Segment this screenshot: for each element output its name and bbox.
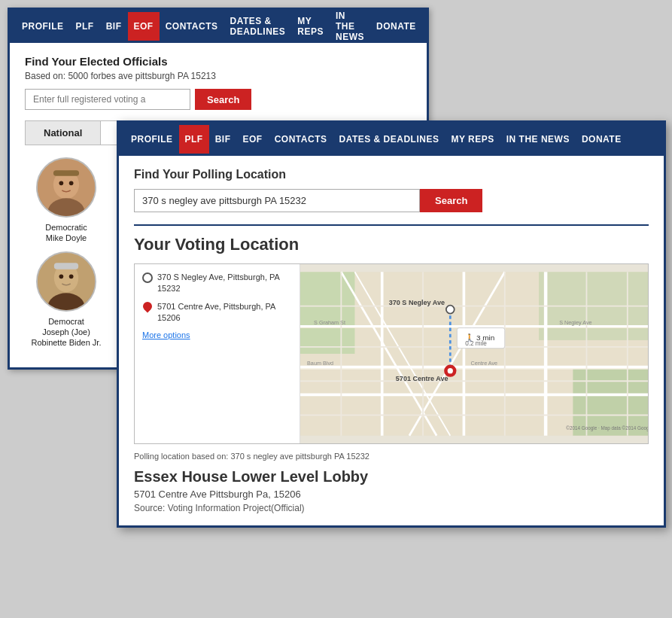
from-icon [142, 272, 153, 283]
plf-nav-bif[interactable]: BIF [209, 125, 237, 154]
directions-panel: 370 S Negley Ave, Pittsburgh, PA 15232 5… [135, 264, 300, 443]
dir-to-text: 5701 Centre Ave, Pittsburgh, PA 15206 [157, 301, 292, 324]
nav-myreps[interactable]: MY REPS [291, 7, 330, 46]
polling-address: 5701 Centre Ave Pittsburgh Pa, 15206 [134, 489, 649, 500]
polling-source: Source: Voting Information Project(Offic… [134, 503, 649, 513]
plf-nav-myreps[interactable]: MY REPS [445, 125, 500, 154]
dir-row-to: 5701 Centre Ave, Pittsburgh, PA 15206 [142, 301, 292, 324]
official-party-doyle: Democratic [45, 222, 87, 233]
svg-text:S Negley Ave: S Negley Ave [559, 319, 591, 326]
svg-text:Centre Ave: Centre Ave [470, 360, 497, 367]
svg-rect-29 [54, 263, 78, 269]
svg-point-55 [446, 306, 455, 314]
tab-national[interactable]: National [26, 121, 101, 145]
eof-navbar: PROFILE PLF BIF EOF CONTACTS DATES & DEA… [10, 10, 427, 43]
officials-search-row: Search [25, 89, 412, 110]
plf-nav-eof[interactable]: EOF [237, 125, 269, 154]
svg-point-28 [69, 274, 74, 279]
polling-based-on: Polling location based on: 370 s negley … [134, 452, 649, 461]
plf-panel: PROFILE PLF BIF EOF CONTACTS DATES & DEA… [117, 120, 666, 528]
official-card-biden[interactable]: Democrat Joseph (Joe) Robinette Biden Jr… [25, 251, 108, 349]
nav-contacts[interactable]: CONTACTS [160, 12, 224, 41]
svg-point-27 [59, 274, 64, 279]
svg-rect-31 [300, 272, 354, 354]
officials-search-button[interactable]: Search [195, 89, 251, 110]
based-on-address: Based on: 5000 forbes ave pittsburgh PA … [25, 71, 412, 81]
nav-dates[interactable]: DATES & DEADLINES [223, 7, 291, 46]
nav-eof[interactable]: EOF [128, 12, 160, 41]
official-card-doyle[interactable]: Democratic Mike Doyle [25, 157, 108, 244]
plf-search-button[interactable]: Search [420, 189, 482, 212]
dir-from-text: 370 S Negley Ave, Pittsburgh, PA 15232 [157, 272, 292, 295]
plf-search-row: Search [134, 189, 649, 212]
official-party-biden: Democrat [48, 316, 84, 327]
svg-text:370 S Negley Ave: 370 S Negley Ave [389, 299, 445, 306]
nav-plf[interactable]: PLF [70, 12, 100, 41]
more-options-link[interactable]: More options [142, 330, 292, 339]
svg-point-3 [59, 181, 64, 185]
plf-nav-dates[interactable]: DATES & DEADLINES [333, 125, 445, 154]
plf-nav-contacts[interactable]: CONTACTS [269, 125, 333, 154]
find-officials-title: Find Your Elected Officials [25, 55, 412, 68]
svg-point-4 [69, 181, 74, 185]
official-name-doyle: Mike Doyle [46, 233, 87, 243]
avatar-doyle [36, 157, 96, 218]
svg-text:©2014 Google · Map data ©2014 : ©2014 Google · Map data ©2014 Google [566, 425, 648, 431]
plf-nav-plf[interactable]: PLF [179, 125, 209, 154]
officials-search-input[interactable] [25, 89, 190, 110]
avatar-biden [36, 251, 96, 312]
official-name-biden: Joseph (Joe) Robinette Biden Jr. [25, 327, 108, 349]
nav-bif[interactable]: BIF [100, 12, 128, 41]
nav-profile[interactable]: PROFILE [16, 12, 70, 41]
svg-rect-5 [53, 170, 79, 176]
plf-nav-donate[interactable]: DONATE [576, 125, 628, 154]
to-pin-icon [142, 302, 153, 315]
svg-text:Baum Blvd: Baum Blvd [307, 360, 333, 367]
nav-news[interactable]: IN THE NEWS [330, 2, 370, 51]
plf-navbar: PROFILE PLF BIF EOF CONTACTS DATES & DEA… [119, 123, 664, 156]
voting-location-title: Your Voting Location [134, 224, 649, 254]
plf-search-input[interactable] [134, 189, 420, 212]
dir-row-from: 370 S Negley Ave, Pittsburgh, PA 15232 [142, 272, 292, 295]
map-container: 370 S Negley Ave, Pittsburgh, PA 15232 5… [134, 263, 649, 444]
plf-nav-news[interactable]: IN THE NEWS [500, 125, 576, 154]
svg-text:S Graham St: S Graham St [314, 319, 345, 326]
svg-text:5701 Centre Ave: 5701 Centre Ave [396, 375, 449, 382]
svg-point-57 [448, 368, 453, 373]
map-background: 🚶 3 min 0.2 mile 370 S Negley Ave 5701 C… [300, 264, 648, 443]
plf-title: Find Your Polling Location [134, 168, 649, 181]
polling-place-name: Essex House Lower Level Lobby [134, 468, 649, 486]
nav-donate[interactable]: DONATE [370, 12, 422, 41]
svg-text:0.2 mile: 0.2 mile [465, 340, 487, 347]
plf-nav-profile[interactable]: PROFILE [125, 125, 179, 154]
